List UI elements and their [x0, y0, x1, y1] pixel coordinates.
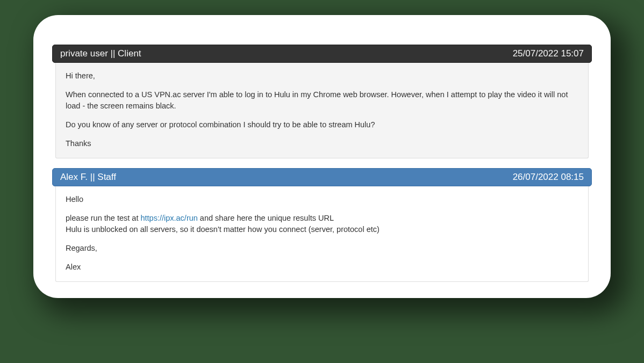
message-header: Alex F. || Staff 26/07/2022 08:15	[52, 168, 592, 186]
message-paragraph: Hello	[66, 194, 578, 205]
ticket-card: private user || Client 25/07/2022 15:07 …	[33, 15, 611, 298]
message-paragraph: Hulu is unblocked on all servers, so it …	[66, 224, 578, 235]
message-paragraph: Do you know of any server or protocol co…	[66, 119, 578, 130]
message-paragraph: please run the test at https://ipx.ac/ru…	[66, 213, 578, 224]
message-body: Hello please run the test at https://ipx…	[55, 186, 589, 282]
message-text: please run the test at	[66, 214, 140, 222]
test-url-link[interactable]: https://ipx.ac/run	[140, 214, 197, 222]
message-staff: Alex F. || Staff 26/07/2022 08:15 Hello …	[52, 168, 592, 282]
message-timestamp: 26/07/2022 08:15	[513, 172, 584, 183]
message-author: Alex F. || Staff	[60, 172, 116, 183]
message-header: private user || Client 25/07/2022 15:07	[52, 45, 592, 63]
message-client: private user || Client 25/07/2022 15:07 …	[52, 45, 592, 158]
message-paragraph: When connected to a US VPN.ac server I'm…	[66, 89, 578, 112]
message-text: and share here the unique results URL	[198, 214, 334, 222]
message-timestamp: 25/07/2022 15:07	[513, 48, 584, 59]
message-body: Hi there, When connected to a US VPN.ac …	[55, 63, 589, 158]
message-paragraph: Alex	[66, 262, 578, 273]
message-author: private user || Client	[60, 48, 141, 59]
message-paragraph: Thanks	[66, 138, 578, 149]
ticket-thread: private user || Client 25/07/2022 15:07 …	[52, 45, 592, 282]
message-paragraph: Regards,	[66, 243, 578, 254]
message-paragraph: Hi there,	[66, 70, 578, 82]
